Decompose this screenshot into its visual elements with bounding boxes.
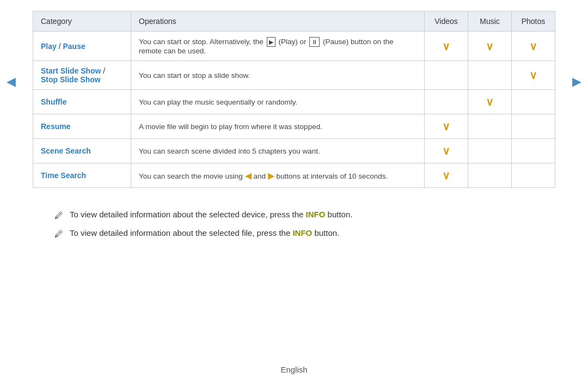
check-videos-time: ∨ xyxy=(425,163,468,188)
check-photos-play: ∨ xyxy=(512,32,555,61)
col-header-photos: Photos xyxy=(512,11,555,32)
check-music-slideshow xyxy=(468,61,512,90)
col-header-music: Music xyxy=(468,11,512,32)
ops-time-search: You can search the movie using ◀ and ▶ b… xyxy=(131,163,425,188)
right-arrow-icon: ▶ xyxy=(268,171,274,180)
left-arrow-icon: ◀ xyxy=(245,171,252,180)
check-videos-slideshow xyxy=(425,61,468,90)
note-icon-2: 🖉 xyxy=(54,229,63,239)
ops-scene-search: You can search scene divided into 5 chap… xyxy=(131,139,425,163)
table-row: Resume A movie file will begin to play f… xyxy=(33,114,555,139)
footer-language: English xyxy=(0,365,588,374)
category-shuffle: Shuffle xyxy=(33,90,131,114)
check-videos-shuffle xyxy=(425,90,468,114)
ops-shuffle: You can play the music sequentially or r… xyxy=(131,90,425,114)
operations-table: Category Operations Videos Music Photos … xyxy=(33,11,555,188)
check-videos-scene: ∨ xyxy=(425,139,468,163)
play-icon: ▶ xyxy=(267,37,275,47)
check-videos-resume: ∨ xyxy=(425,114,468,139)
note-text-1: To view detailed information about the s… xyxy=(70,210,352,219)
check-photos-resume xyxy=(512,114,555,139)
check-music-shuffle: ∨ xyxy=(468,90,512,114)
col-header-videos: Videos xyxy=(425,11,468,32)
check-photos-slideshow: ∨ xyxy=(512,61,555,90)
ops-play-pause: You can start or stop. Alternatively, th… xyxy=(131,32,425,61)
category-slideshow: Start Slide Show / Stop Slide Show xyxy=(33,61,131,90)
check-music-scene xyxy=(468,139,512,163)
table-row: Time Search You can search the movie usi… xyxy=(33,163,555,188)
check-videos-play: ∨ xyxy=(425,32,468,61)
check-music-resume xyxy=(468,114,512,139)
check-photos-shuffle xyxy=(512,90,555,114)
note-item-1: 🖉 To view detailed information about the… xyxy=(54,210,534,221)
note-text-2: To view detailed information about the s… xyxy=(70,228,339,237)
table-row: Play / Pause You can start or stop. Alte… xyxy=(33,32,555,61)
check-music-play: ∨ xyxy=(468,32,512,61)
ops-resume: A movie file will begin to play from whe… xyxy=(131,114,425,139)
table-row: Start Slide Show / Stop Slide Show You c… xyxy=(33,61,555,90)
check-music-time xyxy=(468,163,512,188)
category-play-pause: Play / Pause xyxy=(33,32,131,61)
check-photos-scene xyxy=(512,139,555,163)
notes-section: 🖉 To view detailed information about the… xyxy=(33,204,555,252)
col-header-operations: Operations xyxy=(131,11,425,32)
category-resume: Resume xyxy=(33,114,131,139)
table-row: Scene Search You can search scene divide… xyxy=(33,139,555,163)
ops-slideshow: You can start or stop a slide show. xyxy=(131,61,425,90)
category-scene-search: Scene Search xyxy=(33,139,131,163)
pause-icon: ⏸ xyxy=(309,37,320,47)
table-row: Shuffle You can play the music sequentia… xyxy=(33,90,555,114)
note-icon-1: 🖉 xyxy=(54,211,63,221)
note-item-2: 🖉 To view detailed information about the… xyxy=(54,228,534,239)
check-photos-time xyxy=(512,163,555,188)
category-time-search: Time Search xyxy=(33,163,131,188)
col-header-category: Category xyxy=(33,11,131,32)
